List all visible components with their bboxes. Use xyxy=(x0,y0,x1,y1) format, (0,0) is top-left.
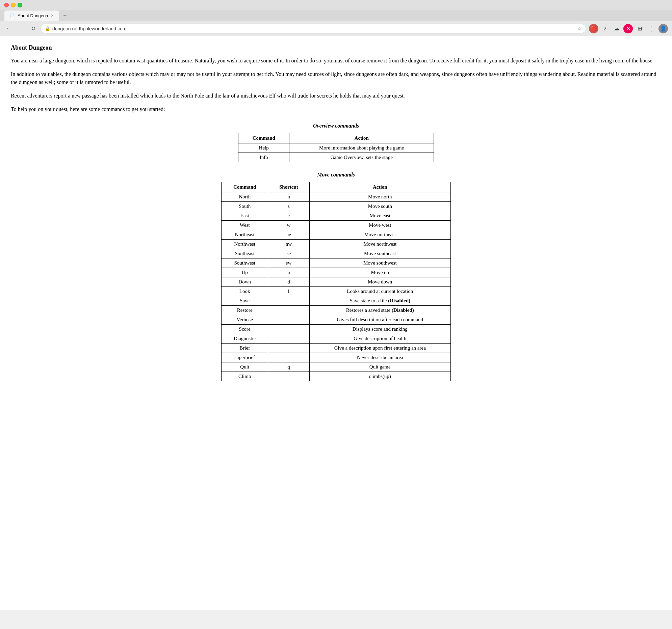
url-text: dungeon.northpolewonderland.com xyxy=(52,26,575,31)
table-cell: Move up xyxy=(309,268,451,277)
table-cell: s xyxy=(268,202,309,211)
table-cell: Diagnostic xyxy=(221,334,268,344)
table-row: ScoreDisplays score and ranking xyxy=(221,325,451,334)
forward-button[interactable]: → xyxy=(16,24,26,33)
overview-col-action: Action xyxy=(289,133,434,144)
move-col-shortcut: Shortcut xyxy=(268,182,309,192)
table-cell: Move east xyxy=(309,211,451,221)
table-cell: w xyxy=(268,221,309,230)
user-avatar[interactable]: 👤 xyxy=(658,24,668,33)
tab-bar: 📄 About Dungeon ✕ + xyxy=(0,10,672,21)
table-cell: Displays score and ranking xyxy=(309,325,451,334)
table-cell: Look xyxy=(221,287,268,296)
table-row: DowndMove down xyxy=(221,277,451,287)
tab-close-button[interactable]: ✕ xyxy=(51,14,54,18)
table-cell: Move northeast xyxy=(309,230,451,240)
table-cell: Looks around at current location xyxy=(309,287,451,296)
table-row: WestwMove west xyxy=(221,221,451,230)
table-row: EasteMove east xyxy=(221,211,451,221)
table-cell: Restore xyxy=(221,306,268,315)
new-tab-button[interactable]: + xyxy=(61,11,69,20)
maximize-window-button[interactable] xyxy=(18,3,22,7)
table-row: HelpMore information about playing the g… xyxy=(238,144,434,153)
move-section-title: Move commands xyxy=(11,172,661,178)
table-row: DiagnosticGive description of health xyxy=(221,334,451,344)
table-cell xyxy=(268,334,309,344)
table-cell: se xyxy=(268,249,309,258)
traffic-lights xyxy=(4,3,22,7)
address-bar[interactable]: 🔒 dungeon.northpolewonderland.com ☆ xyxy=(41,24,586,33)
table-cell: Move north xyxy=(309,192,451,202)
overview-section-title: Overview commands xyxy=(11,123,661,129)
paragraph-2: In addition to valuables, the dungeon co… xyxy=(11,70,661,86)
table-row: BriefGive a description upon first enter… xyxy=(221,344,451,353)
back-button[interactable]: ← xyxy=(4,24,14,33)
extension-1-button[interactable]: 🔴 xyxy=(589,24,598,33)
table-cell: q xyxy=(268,362,309,372)
refresh-button[interactable]: ↻ xyxy=(28,24,38,33)
menu-button[interactable]: ⋮ xyxy=(646,24,656,33)
table-cell: Down xyxy=(221,277,268,287)
extension-3-button[interactable]: ☁ xyxy=(612,24,621,33)
table-cell: climbs(up) xyxy=(309,372,451,381)
table-row: Climbclimbs(up) xyxy=(221,372,451,381)
table-row: VerboseGives full description after each… xyxy=(221,315,451,325)
table-row: UpuMove up xyxy=(221,268,451,277)
table-row: NortheastneMove northeast xyxy=(221,230,451,240)
table-row: NorthnMove north xyxy=(221,192,451,202)
table-cell: Move northwest xyxy=(309,240,451,249)
table-cell: Brief xyxy=(221,344,268,353)
table-cell: Save state to a file (Disabled) xyxy=(309,296,451,306)
bookmark-icon[interactable]: ☆ xyxy=(577,25,582,32)
table-cell: West xyxy=(221,221,268,230)
title-bar xyxy=(0,0,672,10)
tab-title: About Dungeon xyxy=(18,13,48,18)
move-table-container: Command Shortcut Action NorthnMove north… xyxy=(11,182,661,381)
table-cell xyxy=(268,306,309,315)
table-cell: Score xyxy=(221,325,268,334)
table-cell: superbrief xyxy=(221,353,268,362)
paragraph-1: You are near a large dungeon, which is r… xyxy=(11,57,661,65)
table-cell: Up xyxy=(221,268,268,277)
table-cell: Southwest xyxy=(221,258,268,268)
table-cell: Move south xyxy=(309,202,451,211)
table-cell: Game Overview, sets the stage xyxy=(289,153,434,162)
table-cell xyxy=(268,315,309,325)
table-cell: l xyxy=(268,287,309,296)
nav-bar: ← → ↻ 🔒 dungeon.northpolewonderland.com … xyxy=(0,21,672,36)
table-cell: Quit xyxy=(221,362,268,372)
table-cell xyxy=(268,372,309,381)
grid-button[interactable]: ⊞ xyxy=(635,24,644,33)
table-cell xyxy=(268,325,309,334)
table-cell: e xyxy=(268,211,309,221)
extension-2-button[interactable]: 2 xyxy=(600,24,610,33)
move-col-action: Action xyxy=(309,182,451,192)
browser-frame: 📄 About Dungeon ✕ + ← → ↻ 🔒 dungeon.nort… xyxy=(0,0,672,610)
table-cell: Climb xyxy=(221,372,268,381)
table-cell: Verbose xyxy=(221,315,268,325)
table-cell: Move down xyxy=(309,277,451,287)
table-cell: ne xyxy=(268,230,309,240)
overview-col-command: Command xyxy=(238,133,289,144)
tab-page-icon: 📄 xyxy=(10,14,15,18)
table-cell: u xyxy=(268,268,309,277)
table-cell: n xyxy=(268,192,309,202)
overview-table-container: Command Action HelpMore information abou… xyxy=(11,133,661,162)
extension-4-button[interactable]: ✕ xyxy=(623,24,633,33)
table-cell: Info xyxy=(238,153,289,162)
table-cell: Never describe an area xyxy=(309,353,451,362)
table-cell xyxy=(268,353,309,362)
close-window-button[interactable] xyxy=(4,3,9,7)
browser-tab[interactable]: 📄 About Dungeon ✕ xyxy=(4,10,59,21)
move-table: Command Shortcut Action NorthnMove north… xyxy=(221,182,451,381)
paragraph-3: Recent adventurers report a new passage … xyxy=(11,92,661,100)
table-cell: Help xyxy=(238,144,289,153)
lock-icon: 🔒 xyxy=(45,26,50,31)
table-cell: Quit game xyxy=(309,362,451,372)
table-cell: nw xyxy=(268,240,309,249)
page-content: About Dungeon You are near a large dunge… xyxy=(0,36,672,610)
minimize-window-button[interactable] xyxy=(11,3,16,7)
table-row: SaveSave state to a file (Disabled) xyxy=(221,296,451,306)
table-cell xyxy=(268,296,309,306)
table-row: SouthsMove south xyxy=(221,202,451,211)
